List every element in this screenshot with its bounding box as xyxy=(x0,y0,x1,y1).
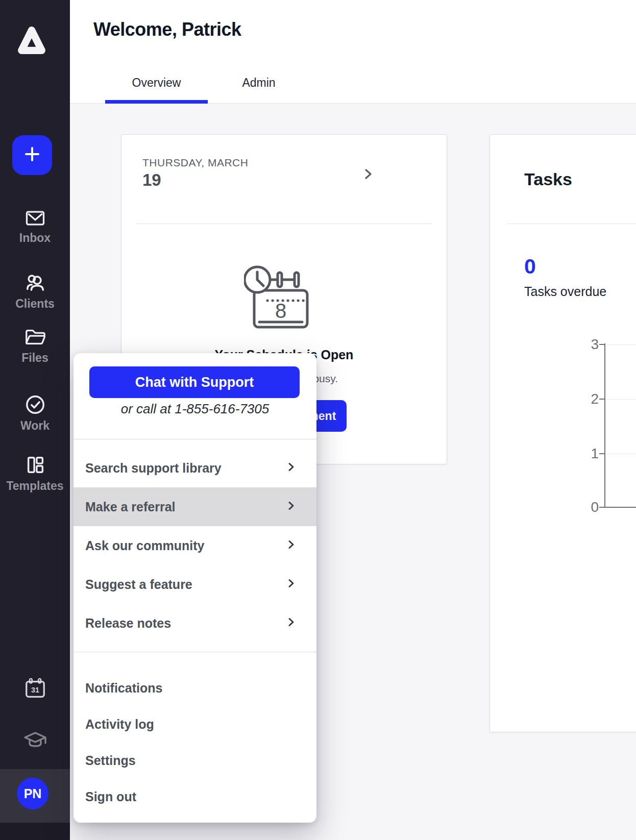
sidebar-item-label: Work xyxy=(0,420,70,432)
svg-text:31: 31 xyxy=(31,686,39,694)
sidebar-item-clients[interactable]: Clients xyxy=(0,272,70,310)
svg-text:8: 8 xyxy=(275,300,286,322)
envelope-icon xyxy=(0,208,70,230)
active-tab-underline xyxy=(105,100,208,104)
x-axis-line xyxy=(599,507,636,508)
sidebar-item-files[interactable]: Files xyxy=(0,327,70,364)
chevron-right-icon xyxy=(285,461,297,475)
account-menu-row[interactable]: PN xyxy=(0,769,70,823)
y-axis-tick xyxy=(599,453,604,454)
sidebar-item-label: Templates xyxy=(0,480,70,492)
y-axis-tick xyxy=(599,344,604,345)
calendar-31-icon: 31 xyxy=(23,694,47,703)
sidebar-item-label: Files xyxy=(0,352,70,364)
y-axis-tick-label: 1 xyxy=(567,446,599,461)
menu-item-release-notes[interactable]: Release notes xyxy=(74,604,316,643)
avatar[interactable]: PN xyxy=(17,778,48,809)
tasks-overdue-count: 0 xyxy=(524,256,536,277)
graduation-cap-icon xyxy=(22,746,48,755)
gridline xyxy=(605,344,636,345)
menu-item-ask-our-community[interactable]: Ask our community xyxy=(74,526,316,565)
menu-item-activity-log[interactable]: Activity log xyxy=(74,706,316,742)
avatar-initials: PN xyxy=(24,786,42,801)
divider xyxy=(507,224,636,224)
menu-item-sign-out[interactable]: Sign out xyxy=(74,778,316,814)
schedule-date-kicker: THURSDAY, MARCH xyxy=(142,157,248,168)
menu-item-search-support-library[interactable]: Search support library xyxy=(74,449,316,487)
triangle-logo-icon xyxy=(16,51,47,59)
chevron-right-icon[interactable] xyxy=(360,166,376,184)
menu-item-settings[interactable]: Settings xyxy=(74,742,316,778)
tasks-overdue-label: Tasks overdue xyxy=(524,285,606,298)
sidebar: Inbox Clients Files xyxy=(0,0,70,840)
tasks-title: Tasks xyxy=(524,170,572,188)
chevron-right-icon xyxy=(285,539,297,552)
menu-item-notifications[interactable]: Notifications xyxy=(74,670,316,706)
chat-with-support-button[interactable]: Chat with Support xyxy=(89,366,300,398)
chevron-right-icon xyxy=(285,616,297,630)
sidebar-item-inbox[interactable]: Inbox xyxy=(0,208,70,244)
folder-icon xyxy=(0,327,70,350)
plus-icon xyxy=(22,144,42,166)
divider xyxy=(74,439,316,439)
y-axis-tick-label: 2 xyxy=(567,391,599,407)
gridline xyxy=(605,399,636,400)
app-window: Inbox Clients Files xyxy=(0,0,636,840)
sidebar-item-label: Inbox xyxy=(0,232,70,244)
sidebar-item-templates[interactable]: Templates xyxy=(0,454,70,492)
gridline xyxy=(605,454,636,454)
support-popup-menu: Chat with Support or call at 1-855-616-7… xyxy=(74,353,316,823)
app-logo xyxy=(16,23,47,58)
check-circle-icon xyxy=(0,394,70,417)
menu-item-make-a-referral[interactable]: Make a referral xyxy=(74,487,316,526)
sidebar-item-work[interactable]: Work xyxy=(0,394,70,432)
tasks-card: Tasks 0 Tasks overdue 3 2 1 0 xyxy=(490,134,636,732)
chevron-right-icon xyxy=(285,500,297,513)
divider xyxy=(74,652,316,652)
tab-admin[interactable]: Admin xyxy=(223,71,295,94)
sidebar-item-label: Clients xyxy=(0,298,70,310)
y-axis-tick-label: 3 xyxy=(567,337,599,352)
chevron-right-icon xyxy=(285,578,297,591)
people-icon xyxy=(0,272,70,295)
y-axis-tick xyxy=(599,399,604,400)
menu-item-suggest-a-feature[interactable]: Suggest a feature xyxy=(74,565,316,604)
layout-icon xyxy=(0,454,70,478)
sidebar-calendar-button[interactable]: 31 xyxy=(0,677,70,703)
sidebar-learning-button[interactable] xyxy=(0,729,70,755)
divider xyxy=(136,224,432,224)
create-new-button[interactable] xyxy=(12,135,52,175)
tab-overview[interactable]: Overview xyxy=(105,71,208,94)
calendar-clock-illustration: 8 xyxy=(244,264,311,331)
y-axis-tick-label: 0 xyxy=(567,500,599,515)
sidebar-footer xyxy=(0,823,70,840)
support-phone-note: or call at 1-855-616-7305 xyxy=(74,402,316,415)
schedule-date-day: 19 xyxy=(142,171,161,188)
y-axis-line xyxy=(604,343,605,508)
page-title: Welcome, Patrick xyxy=(93,20,241,39)
page-header: Welcome, Patrick Overview Admin xyxy=(70,0,636,104)
